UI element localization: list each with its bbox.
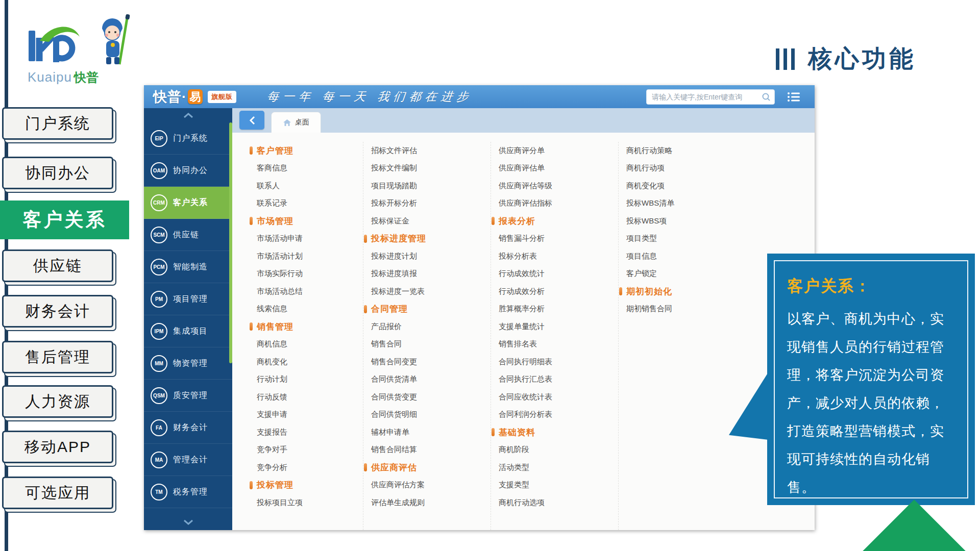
menu-item[interactable]: 行动计划 (249, 371, 363, 389)
menu-item[interactable]: 项目类型 (619, 230, 764, 248)
menu-item[interactable]: 合同供货明细 (363, 406, 491, 424)
menu-item[interactable]: 商机变化项 (619, 177, 764, 195)
app-search-input[interactable] (646, 89, 775, 105)
menu-item[interactable]: 产品报价 (363, 318, 491, 336)
menu-item[interactable]: 客商信息 (249, 160, 363, 178)
menu-item[interactable]: 投标开标分析 (363, 195, 491, 213)
side-menu-item[interactable]: 供应链 (2, 249, 113, 282)
menu-item[interactable]: 商机行动选项 (491, 494, 618, 512)
menu-item[interactable]: 支援申请 (249, 406, 363, 424)
menu-item[interactable]: 销售排名表 (491, 336, 618, 354)
nav-scroll-down[interactable] (144, 515, 232, 529)
nav-item[interactable]: MM物资管理 (144, 347, 232, 380)
nav-scrollbar[interactable] (229, 122, 232, 363)
menu-item[interactable]: 合同供货清单 (363, 371, 491, 389)
menu-item[interactable]: 市场活动申请 (249, 230, 363, 248)
nav-item[interactable]: CRM客户关系 (144, 187, 232, 219)
nav-item[interactable]: QSM质安管理 (144, 380, 232, 412)
nav-item[interactable]: TM税务管理 (144, 476, 232, 508)
menu-item[interactable]: 销售合同 (363, 336, 491, 354)
callout-title: 客户关系： (787, 276, 956, 297)
menu-column: 招标文件评估投标文件编制项目现场踏勘投标开标分析投标保证金投标进度管理投标进度计… (363, 142, 491, 530)
list-menu-icon[interactable] (787, 92, 800, 102)
menu-item[interactable]: 行动成效统计 (491, 265, 618, 283)
side-menu-item[interactable]: 门户系统 (2, 107, 113, 140)
side-menu-item[interactable]: 人力资源 (2, 385, 113, 418)
menu-item[interactable]: 支援类型 (491, 477, 618, 494)
menu-item[interactable]: 行动成效分析 (491, 283, 618, 300)
menu-item[interactable]: 投标分析表 (491, 247, 618, 265)
menu-item[interactable]: 投标保证金 (363, 212, 491, 230)
nav-item[interactable]: OAM协同办公 (144, 155, 232, 187)
menu-item[interactable]: 支援报告 (249, 423, 363, 441)
menu-item[interactable]: 活动类型 (491, 459, 618, 477)
nav-item[interactable]: SCM供应链 (144, 219, 232, 251)
back-button[interactable] (239, 111, 264, 130)
menu-item[interactable]: 辅材申请单 (363, 423, 491, 441)
menu-item[interactable]: 合同执行明细表 (491, 353, 618, 371)
menu-item[interactable]: 供应商评估方案 (363, 477, 491, 494)
nav-item[interactable]: FA财务会计 (144, 412, 232, 444)
menu-item[interactable]: 商机变化 (249, 353, 363, 371)
menu-group-header: 合同管理 (363, 300, 491, 318)
menu-item[interactable]: 销售合同变更 (363, 353, 491, 371)
menu-item[interactable]: 投标进度计划 (363, 247, 491, 265)
menu-item[interactable]: 投标文件编制 (363, 160, 491, 178)
menu-item[interactable]: 市场活动总结 (249, 283, 363, 300)
menu-item[interactable]: 联系记录 (249, 195, 363, 213)
nav-item-label: 协同办公 (173, 165, 208, 176)
app-search (646, 89, 775, 105)
nav-item-label: 物资管理 (173, 358, 208, 369)
menu-item[interactable]: 商机信息 (249, 336, 363, 354)
menu-item[interactable]: 销售合同结算 (363, 441, 491, 459)
menu-item[interactable]: 合同执行汇总表 (491, 371, 618, 389)
menu-item[interactable]: 投标进度填报 (363, 265, 491, 283)
side-menu-item[interactable]: 财务会计 (2, 295, 113, 328)
menu-item[interactable]: 合同利润分析表 (491, 406, 618, 424)
menu-item[interactable]: 销售漏斗分析 (491, 230, 618, 248)
menu-item[interactable]: 合同应收统计表 (491, 388, 618, 406)
nav-scroll-up[interactable] (144, 108, 232, 122)
menu-item[interactable]: 供应商评分单 (491, 142, 618, 160)
side-menu-item[interactable]: 售后管理 (2, 341, 113, 373)
menu-item[interactable]: 市场实际行动 (249, 265, 363, 283)
menu-item[interactable]: 招标文件评估 (363, 142, 491, 160)
menu-item[interactable]: 投标进度一览表 (363, 283, 491, 300)
menu-item[interactable]: 评估单生成规则 (363, 494, 491, 512)
menu-item[interactable]: 供应商评估单 (491, 160, 618, 178)
nav-item[interactable]: PM项目管理 (144, 283, 232, 315)
menu-item[interactable]: 投标项目立项 (249, 494, 363, 512)
tab-desktop[interactable]: 桌面 (271, 112, 321, 133)
menu-item[interactable]: 供应商评估等级 (491, 177, 618, 195)
side-menu-item[interactable]: 协同办公 (2, 157, 113, 189)
menu-item[interactable]: 商机阶段 (491, 441, 618, 459)
menu-item[interactable]: 支援单量统计 (491, 318, 618, 336)
menu-item[interactable]: 项目信息 (619, 247, 764, 265)
menu-item[interactable]: 商机行动项 (619, 160, 764, 178)
menu-item[interactable]: 竞争分析 (249, 459, 363, 477)
callout-body: 以客户、商机为中心，实现销售人员的行销过程管理，将客户沉淀为公司资产，减少对人员… (787, 305, 956, 502)
menu-item[interactable]: 投标WBS清单 (619, 195, 764, 213)
menu-item[interactable]: 供应商评估指标 (491, 195, 618, 213)
nav-item[interactable]: EIP门户系统 (144, 122, 232, 155)
menu-item[interactable]: 期初销售合同 (619, 300, 764, 318)
nav-item[interactable]: IPM集成项目 (144, 315, 232, 347)
nav-item[interactable]: MA管理会计 (144, 444, 232, 476)
menu-item[interactable]: 胜算概率分析 (491, 300, 618, 318)
menu-item[interactable]: 投标WBS项 (619, 212, 764, 230)
menu-item[interactable]: 项目现场踏勘 (363, 177, 491, 195)
side-menu-item[interactable]: 移动APP (2, 431, 113, 463)
menu-item[interactable]: 市场活动计划 (249, 247, 363, 265)
menu-group-header: 客户管理 (249, 142, 363, 160)
nav-item[interactable]: PCM智能制造 (144, 251, 232, 283)
side-menu-item[interactable]: 可选应用 (2, 477, 113, 509)
search-icon[interactable] (762, 92, 771, 102)
menu-item[interactable]: 合同供货变更 (363, 388, 491, 406)
side-menu-item[interactable]: 客户关系 (0, 201, 129, 239)
menu-item[interactable]: 竞争对手 (249, 441, 363, 459)
menu-item[interactable]: 客户锁定 (619, 265, 764, 283)
menu-item[interactable]: 商机行动策略 (619, 142, 764, 160)
menu-item[interactable]: 行动反馈 (249, 388, 363, 406)
menu-item[interactable]: 联系人 (249, 177, 363, 195)
menu-item[interactable]: 线索信息 (249, 300, 363, 318)
